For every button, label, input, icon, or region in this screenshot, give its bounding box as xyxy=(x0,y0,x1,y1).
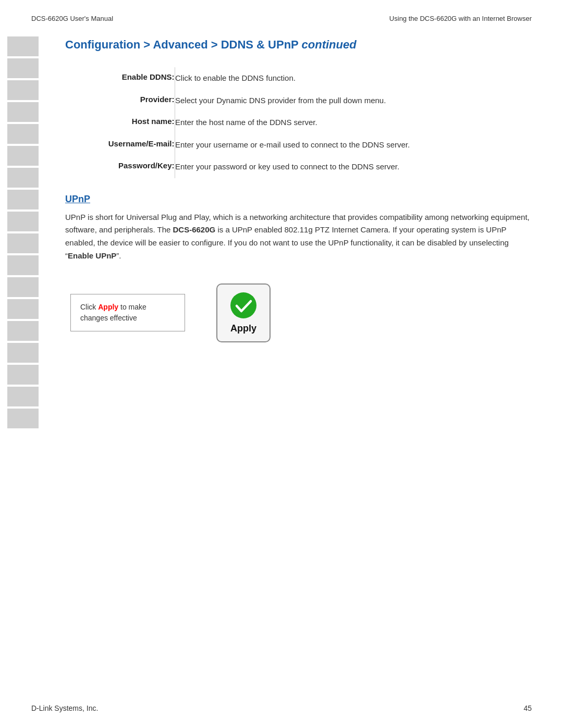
apply-note-prefix: Click xyxy=(80,303,98,311)
sidebar-block xyxy=(7,233,39,253)
field-label-provider: Provider: xyxy=(65,90,175,112)
sidebar-block xyxy=(7,80,39,100)
page-title: Configuration > Advanced > DDNS & UPnP c… xyxy=(65,38,532,52)
sidebar-block xyxy=(7,255,39,275)
apply-button[interactable]: Apply xyxy=(216,283,271,342)
field-row-hostname: Host name: Enter the host name of the DD… xyxy=(65,112,532,134)
field-row-enable-ddns: Enable DDNS: Click to enable the DDNS fu… xyxy=(65,67,532,90)
apply-section: Click Apply to make changes effective Ap… xyxy=(70,283,532,342)
sidebar-block xyxy=(7,321,39,341)
upnp-product-name: DCS-6620G xyxy=(173,225,216,234)
field-row-username: Username/E-mail: Enter your username or … xyxy=(65,134,532,156)
field-label-enable-ddns: Enable DDNS: xyxy=(65,67,175,90)
sidebar-block xyxy=(7,299,39,319)
apply-note-keyword: Apply xyxy=(98,303,118,311)
field-desc-password: Enter your password or key used to conne… xyxy=(175,156,532,178)
sidebar-block xyxy=(7,343,39,363)
field-desc-enable-ddns: Click to enable the DDNS function. xyxy=(175,67,532,90)
field-table: Enable DDNS: Click to enable the DDNS fu… xyxy=(65,67,532,178)
field-row-provider: Provider: Select your Dynamic DNS provid… xyxy=(65,90,532,112)
svg-point-0 xyxy=(230,292,256,318)
apply-button-label: Apply xyxy=(230,323,256,334)
page-number: 45 xyxy=(523,704,532,712)
upnp-enable-text: Enable UPnP xyxy=(68,251,116,260)
sidebar-block xyxy=(7,168,39,188)
sidebar-block xyxy=(7,277,39,297)
field-desc-provider: Select your Dynamic DNS provider from th… xyxy=(175,90,532,112)
page-footer: D-Link Systems, Inc. 45 xyxy=(0,704,563,712)
upnp-title: UPnP xyxy=(65,194,532,205)
page-header: DCS-6620G User's Manual Using the DCS-66… xyxy=(0,0,563,28)
sidebar-block xyxy=(7,102,39,122)
main-content: Configuration > Advanced > DDNS & UPnP c… xyxy=(50,28,563,374)
field-desc-hostname: Enter the host name of the DDNS server. xyxy=(175,112,532,134)
sidebar-block xyxy=(7,146,39,166)
sidebar-block xyxy=(7,387,39,406)
sidebar-block xyxy=(7,124,39,144)
sidebar-block xyxy=(7,409,39,428)
sidebar-block xyxy=(7,365,39,385)
sidebar-block xyxy=(7,36,39,56)
apply-note-box: Click Apply to make changes effective xyxy=(70,294,185,331)
sidebar-block xyxy=(7,212,39,231)
sidebar-block xyxy=(7,58,39,78)
header-right: Using the DCS-6620G with an Internet Bro… xyxy=(389,15,532,22)
field-desc-username: Enter your username or e-mail used to co… xyxy=(175,134,532,156)
sidebar-decoration xyxy=(0,0,47,728)
upnp-description: UPnP is short for Universal Plug and Pla… xyxy=(65,211,532,263)
sidebar-block xyxy=(7,190,39,209)
field-label-hostname: Host name: xyxy=(65,112,175,134)
apply-checkmark-icon xyxy=(230,292,257,319)
field-label-password: Password/Key: xyxy=(65,156,175,178)
field-label-username: Username/E-mail: xyxy=(65,134,175,156)
field-row-password: Password/Key: Enter your password or key… xyxy=(65,156,532,178)
footer-company: D-Link Systems, Inc. xyxy=(31,704,98,712)
